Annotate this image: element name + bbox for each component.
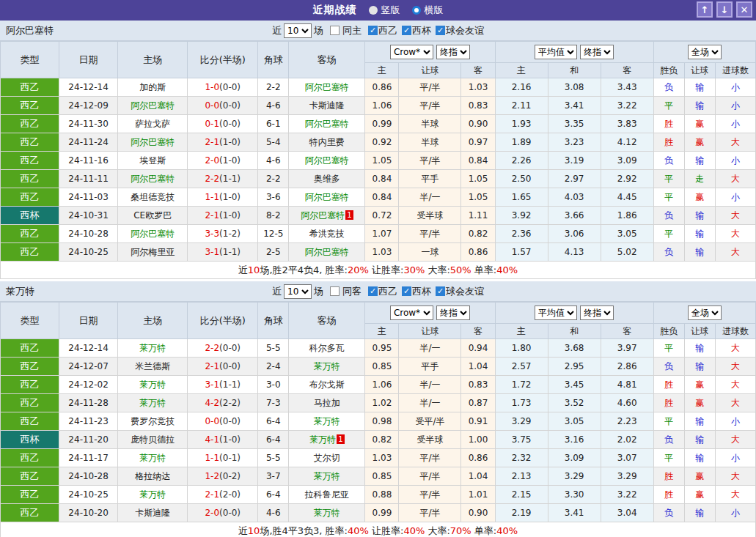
avg-time-select[interactable]: 终指 bbox=[580, 45, 614, 59]
scope-select[interactable]: 全场 bbox=[688, 45, 722, 59]
fulltime-score: 2-1 bbox=[205, 489, 219, 500]
avg-home: 2.32 bbox=[495, 449, 548, 467]
result-goals: 大 bbox=[715, 431, 755, 449]
avg-source-header: 平均值 终指 bbox=[495, 42, 653, 63]
match-rows: 西乙 24-12-14 加的斯 1-0(0-0) 2-2 阿尔巴塞特 0.86 … bbox=[1, 78, 756, 279]
result-goals: 大 bbox=[715, 339, 755, 358]
home-team-name: 格拉纳达 bbox=[135, 471, 170, 481]
match-type-cell: 西乙 bbox=[1, 115, 59, 133]
match-row: 西杯 24-10-31 CE欧罗巴 2-1(1-0) 8-2 阿尔巴塞特1 0.… bbox=[1, 207, 756, 225]
avg-away: 3.22 bbox=[601, 97, 653, 115]
odds-home: 0.86 bbox=[365, 78, 399, 97]
away-team-cell: 马拉加 bbox=[289, 394, 365, 412]
home-team-cell: 莱万特 bbox=[118, 376, 188, 394]
result-goals: 大 bbox=[715, 170, 755, 188]
league-checkbox[interactable] bbox=[402, 286, 411, 296]
radio-vertical-layout[interactable]: 竖版 bbox=[369, 4, 400, 17]
odds-handicap: 半球 bbox=[399, 133, 461, 152]
result-handicap: 输 bbox=[684, 504, 715, 522]
summary-stat-value: 10 bbox=[248, 264, 260, 275]
match-type-cell: 西杯 bbox=[1, 431, 59, 449]
filter-controls: 近 10 场 同主 西乙西杯球会友谊 bbox=[272, 23, 484, 38]
odds-away: 0.87 bbox=[461, 394, 495, 412]
avg-draw: 2.97 bbox=[548, 170, 601, 188]
avg-source-select[interactable]: 平均值 bbox=[535, 45, 577, 59]
col-date: 日期 bbox=[59, 303, 118, 339]
team-name: 阿尔巴塞特 bbox=[6, 24, 54, 37]
score-cell: 0-0(0-0) bbox=[188, 412, 258, 431]
match-row: 西乙 24-11-16 埃登斯 2-0(1-0) 4-6 阿尔巴塞特 1.05 … bbox=[1, 152, 756, 170]
radio-horizontal-layout[interactable]: 横版 bbox=[412, 4, 444, 17]
away-team-name: 奥维多 bbox=[314, 174, 340, 184]
home-team-cell: 莱万特 bbox=[118, 449, 188, 467]
close-button[interactable]: ✕ bbox=[736, 1, 752, 18]
away-team-name: 希洪竞技 bbox=[309, 229, 345, 239]
result-winlose: 平 bbox=[653, 97, 684, 115]
games-count-select[interactable]: 10 bbox=[284, 284, 312, 299]
games-count-select[interactable]: 10 bbox=[284, 23, 312, 38]
result-winlose: 负 bbox=[653, 431, 684, 449]
odds-time-select[interactable]: 终指 bbox=[436, 45, 470, 59]
avg-draw: 3.68 bbox=[548, 339, 601, 358]
away-team-name: 马拉加 bbox=[314, 398, 340, 408]
home-team-name: 埃登斯 bbox=[139, 155, 166, 166]
team-filter-bar: 阿尔巴塞特 近 10 场 同主 西乙西杯球会友谊 bbox=[0, 21, 756, 41]
avg-away: 4.45 bbox=[601, 188, 653, 207]
move-down-button[interactable]: ↓ bbox=[716, 1, 733, 18]
avg-source-select[interactable]: 平均值 bbox=[535, 305, 577, 320]
match-type-cell: 西乙 bbox=[1, 339, 59, 358]
league-checkbox[interactable] bbox=[368, 286, 378, 296]
match-type-cell: 西乙 bbox=[1, 133, 59, 152]
odds-source-select[interactable]: Crow* bbox=[390, 45, 433, 59]
col-score: 比分(半场) bbox=[188, 303, 258, 339]
league-checkbox[interactable] bbox=[368, 26, 378, 35]
avg-draw: 3.45 bbox=[548, 376, 601, 394]
score-cell: 2-0(0-0) bbox=[188, 504, 258, 522]
result-winlose: 平 bbox=[653, 412, 684, 431]
home-team-cell: 格拉纳达 bbox=[118, 467, 188, 486]
halftime-score: (1-0) bbox=[219, 137, 241, 147]
home-team-name: 米兰德斯 bbox=[135, 361, 170, 371]
score-cell: 2-0(1-0) bbox=[188, 152, 258, 170]
odds-away: 0.83 bbox=[461, 97, 495, 115]
summary-text: 近10场,胜2平4负4, 胜率:20% 让胜率:30% 大率:50% 单率:40… bbox=[1, 262, 756, 279]
odds-source-select[interactable]: Crow* bbox=[390, 305, 433, 320]
match-type-cell: 西乙 bbox=[1, 412, 59, 431]
avg-away: 3.29 bbox=[601, 467, 653, 486]
halftime-score: (1-0) bbox=[219, 155, 241, 166]
league-checkbox[interactable] bbox=[436, 26, 445, 35]
odds-home: 0.84 bbox=[365, 188, 399, 207]
odds-time-select[interactable]: 终指 bbox=[436, 305, 470, 320]
score-cell: 2-1(2-0) bbox=[188, 486, 258, 504]
match-row: 西乙 24-10-25 莱万特 2-1(2-0) 6-4 拉科鲁尼亚 0.88 … bbox=[1, 486, 756, 504]
odds-home: 1.03 bbox=[365, 449, 399, 467]
avg-home: 2.13 bbox=[495, 467, 548, 486]
odds-handicap: 一球 bbox=[399, 243, 461, 262]
avg-draw: 3.06 bbox=[548, 225, 601, 243]
avg-draw: 3.16 bbox=[548, 431, 601, 449]
col-corner: 角球 bbox=[258, 42, 289, 78]
result-goals: 大 bbox=[715, 358, 755, 376]
match-rows: 西乙 24-12-14 莱万特 2-2(0-0) 5-5 科尔多瓦 0.95 半… bbox=[1, 339, 756, 537]
score-cell: 2-1(1-0) bbox=[188, 207, 258, 225]
layout-radio-group: 竖版 横版 bbox=[369, 4, 444, 17]
odds-home: 0.92 bbox=[365, 133, 399, 152]
league-filters: 西乙西杯球会友谊 bbox=[364, 24, 484, 37]
odds-away: 0.90 bbox=[461, 504, 495, 522]
home-team-cell: 萨拉戈萨 bbox=[118, 115, 188, 133]
window-buttons: ↑ ↓ ✕ bbox=[697, 1, 752, 18]
avg-time-select[interactable]: 终指 bbox=[580, 305, 614, 320]
team-filter-bar: 莱万特 近 10 场 同客 西乙西杯球会友谊 bbox=[0, 281, 756, 302]
match-date: 24-11-03 bbox=[59, 188, 118, 207]
corner-cell: 7-3 bbox=[258, 394, 289, 412]
score-cell: 4-2(2-2) bbox=[188, 394, 258, 412]
same-venue-checkbox[interactable] bbox=[330, 286, 340, 296]
same-venue-checkbox[interactable] bbox=[330, 26, 340, 35]
league-checkbox[interactable] bbox=[436, 286, 445, 296]
scope-select[interactable]: 全场 bbox=[688, 305, 722, 320]
league-checkbox[interactable] bbox=[402, 26, 411, 35]
home-team-cell: 庞特贝德拉 bbox=[118, 431, 188, 449]
move-up-button[interactable]: ↑ bbox=[697, 1, 713, 18]
halftime-score: (0-0) bbox=[219, 416, 241, 426]
odds-home: 0.82 bbox=[365, 431, 399, 449]
